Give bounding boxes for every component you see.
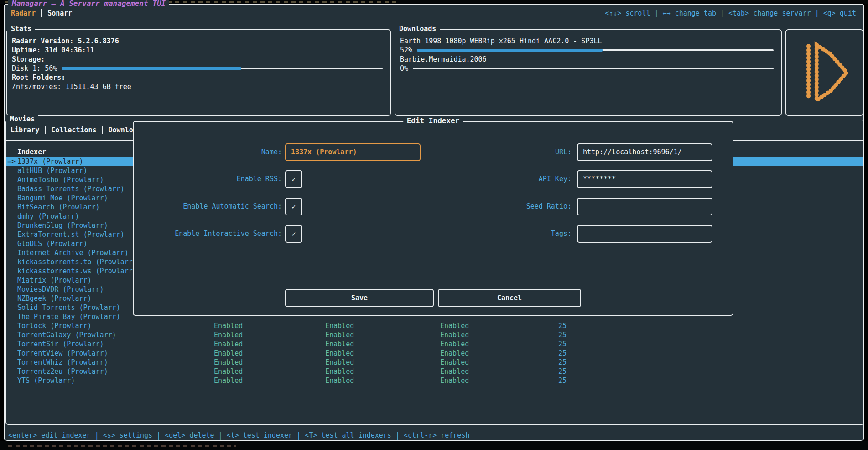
radarr-version: Radarr Version: 5.2.6.8376 <box>12 37 385 46</box>
indexer-name: The Pirate Bay (Prowlarr) <box>17 312 120 321</box>
indexer-priority-cell: 25 <box>539 358 567 367</box>
movies-panel-title: Movies <box>6 115 38 123</box>
download-progress-bar <box>413 68 774 69</box>
table-row[interactable]: TorrentView (Prowlarr)EnabledEnabledEnab… <box>6 349 863 358</box>
tab-radarr[interactable]: Radarr <box>11 9 36 17</box>
indexer-enabled-cell: Enabled <box>325 367 354 376</box>
indexer-name: AnimeTosho (Prowlarr) <box>17 175 104 184</box>
url-label: URL: <box>423 143 572 161</box>
indexer-name: TorrentGalaxy (Prowlarr) <box>17 330 116 340</box>
indexer-name: DrunkenSlug (Prowlarr) <box>17 221 108 230</box>
disk-usage-bar <box>62 68 383 69</box>
indexer-priority-cell: 25 <box>539 376 567 385</box>
indexer-name: NZBgeek (Prowlarr) <box>17 294 92 303</box>
keybinding-help-bottom: <enter> edit indexer | <s> settings | <d… <box>8 431 469 440</box>
tab-sonarr[interactable]: Sonarr <box>47 9 72 17</box>
root-folders-label: Root Folders: <box>12 73 385 82</box>
tab-separator <box>102 126 103 134</box>
indexer-name: Internet Archive (Prowlarr) <box>17 248 129 257</box>
table-row[interactable]: TorrentGalaxy (Prowlarr)EnabledEnabledEn… <box>6 330 863 340</box>
indexer-enabled-cell: Enabled <box>325 321 354 330</box>
indexer-enabled-cell: Enabled <box>214 340 243 349</box>
table-row[interactable]: TorrentWhiz (Prowlarr)EnabledEnabledEnab… <box>6 358 863 367</box>
indexer-enabled-cell: Enabled <box>214 330 243 340</box>
indexer-enabled-cell: Enabled <box>440 349 469 358</box>
tags-label: Tags: <box>423 225 572 243</box>
enable-interactive-search-label: Enable Interactive Search: <box>134 225 282 243</box>
indexer-name: Miatrix (Prowlarr) <box>17 276 92 285</box>
url-input[interactable]: http://localhost:9696/1/ <box>577 143 712 161</box>
indexer-priority-cell: 25 <box>539 330 567 340</box>
indexer-name: 1337x (Prowlarr) <box>17 157 83 166</box>
tab-library[interactable]: Library <box>10 126 39 134</box>
root-folder-free: /nfs/movies: 11511.43 GB free <box>12 82 385 91</box>
indexer-enabled-cell: Enabled <box>325 330 354 340</box>
indexer-name: MoviesDVDR (Prowlarr) <box>17 285 104 294</box>
servarr-tabs: Radarr Sonarr <box>11 8 72 18</box>
indexer-enabled-cell: Enabled <box>325 376 354 385</box>
enable-rss-checkbox[interactable]: ✓ <box>285 170 302 188</box>
tab-separator <box>41 9 42 17</box>
indexer-priority-cell: 25 <box>539 367 567 376</box>
indexer-name: dmhy (Prowlarr) <box>17 212 79 221</box>
downloads-panel: Downloads Earth 1998 1080p WEBRip x265 H… <box>395 29 782 116</box>
indexer-name: altHUB (Prowlarr) <box>17 166 88 175</box>
indexer-name: kickasstorrents.to (Prowlarr) <box>17 257 137 267</box>
download-item-name: Barbie.Mermaidia.2006 <box>400 55 776 64</box>
selected-row-arrow: => <box>7 157 16 166</box>
indexer-name: Torlock (Prowlarr) <box>17 321 92 330</box>
download-percent: 0% <box>400 64 408 73</box>
enable-automatic-search-checkbox[interactable]: ✓ <box>285 198 302 215</box>
downloads-panel-title: Downloads <box>395 25 440 33</box>
indexer-enabled-cell: Enabled <box>214 376 243 385</box>
table-row[interactable]: Torlock (Prowlarr)EnabledEnabledEnabled2… <box>6 321 863 330</box>
indexer-enabled-cell: Enabled <box>440 321 469 330</box>
bottom-clipped-terminal-line <box>0 441 868 450</box>
indexer-name: Torrentz2eu (Prowlarr) <box>17 367 108 376</box>
seed-ratio-label: Seed Ratio: <box>423 198 572 215</box>
indexer-name: Badass Torrents (Prowlarr) <box>17 184 125 194</box>
storage-label: Storage: <box>12 55 385 64</box>
download-percent: 52% <box>400 46 412 55</box>
table-row[interactable]: TorrentSir (Prowlarr)EnabledEnabledEnabl… <box>6 340 863 349</box>
indexer-enabled-cell: Enabled <box>440 358 469 367</box>
indexer-priority-cell: 25 <box>539 349 567 358</box>
save-button[interactable]: Save <box>285 289 434 307</box>
indexer-enabled-cell: Enabled <box>440 340 469 349</box>
indexer-name: GloDLS (Prowlarr) <box>17 239 88 248</box>
indexer-enabled-cell: Enabled <box>214 321 243 330</box>
indexer-name: YTS (Prowlarr) <box>17 376 75 385</box>
uptime: Uptime: 31d 04:36:11 <box>12 46 385 55</box>
managarr-window: Managarr – A Servarr management TUI Rada… <box>4 4 864 441</box>
api-key-label: API Key: <box>423 170 572 188</box>
indexer-name: TorrentView (Prowlarr) <box>17 349 108 358</box>
edit-indexer-modal: Edit Indexer Name: 1337x (Prowlarr) URL:… <box>133 121 733 316</box>
indexer-name: ExtraTorrent.st (Prowlarr) <box>17 230 125 239</box>
indexer-name: Bangumi Moe (Prowlarr) <box>17 194 108 203</box>
table-row[interactable]: Torrentz2eu (Prowlarr)EnabledEnabledEnab… <box>6 367 863 376</box>
download-progress-bar <box>417 49 774 51</box>
table-row[interactable]: YTS (Prowlarr)EnabledEnabledEnabled25 <box>6 376 863 385</box>
indexer-priority-cell: 25 <box>539 321 567 330</box>
indexer-enabled-cell: Enabled <box>325 340 354 349</box>
indexer-name: TorrentWhiz (Prowlarr) <box>17 358 108 367</box>
tab-collections[interactable]: Collections <box>51 126 96 134</box>
api-key-input[interactable]: ******** <box>577 170 712 188</box>
indexer-name: BitSearch (Prowlarr) <box>17 203 100 212</box>
indexer-enabled-cell: Enabled <box>325 358 354 367</box>
disk-usage-label: Disk 1: 56% <box>12 64 57 73</box>
stats-panel-title: Stats <box>7 25 35 33</box>
indexer-priority-cell: 25 <box>539 340 567 349</box>
logo-panel <box>785 29 863 116</box>
name-input[interactable]: 1337x (Prowlarr) <box>285 143 421 161</box>
seed-ratio-input[interactable] <box>577 198 712 215</box>
tags-input[interactable] <box>577 225 712 243</box>
app-title: Managarr – A Servarr management TUI <box>8 0 169 8</box>
bottom-clipped-glyphs <box>8 445 236 447</box>
indexer-enabled-cell: Enabled <box>440 367 469 376</box>
enable-interactive-search-checkbox[interactable]: ✓ <box>285 225 302 243</box>
cancel-button[interactable]: Cancel <box>438 289 581 307</box>
stats-panel: Stats Radarr Version: 5.2.6.8376 Uptime:… <box>6 29 391 116</box>
keybinding-help-top: <↑↓> scroll | ←→ change tab | <tab> chan… <box>605 9 856 17</box>
indexer-enabled-cell: Enabled <box>440 330 469 340</box>
